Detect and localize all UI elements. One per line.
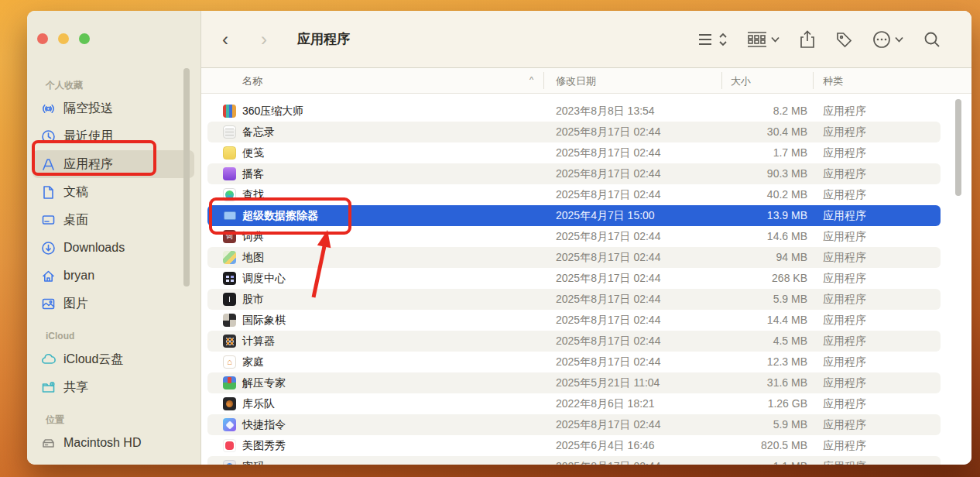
sidebar-item-label: iCloud云盘 xyxy=(63,352,123,368)
file-size: 94 MB xyxy=(687,251,807,263)
calc-app-icon xyxy=(223,335,236,348)
view-mode-button[interactable] xyxy=(698,33,727,46)
file-date-modified: 2023年8月8日 13:54 xyxy=(556,105,655,118)
close-button[interactable] xyxy=(37,33,48,44)
view-list-icon xyxy=(698,33,715,46)
file-name: 计算器 xyxy=(242,335,275,348)
sort-ascending-icon: ^ xyxy=(529,75,533,84)
sidebar-item-Downloads[interactable]: Downloads xyxy=(33,234,194,262)
stocks-app-icon xyxy=(223,293,236,306)
sidebar-item-文稿[interactable]: 文稿 xyxy=(33,178,194,206)
mission-app-icon xyxy=(223,272,236,285)
annotation-arrow-icon xyxy=(307,228,338,300)
table-row[interactable]: 播客 2025年8月17日 02:44 90.3 MB 应用程序 xyxy=(207,163,941,184)
passwords-app-icon xyxy=(223,460,236,465)
sidebar-item-iCloud云盘[interactable]: iCloud云盘 xyxy=(33,345,194,373)
sidebar-item-label: 隔空投送 xyxy=(63,101,113,117)
sidebar-item-label: Downloads xyxy=(63,241,125,255)
table-row[interactable]: 美图秀秀 2025年6月4日 16:46 820.5 MB 应用程序 xyxy=(207,435,941,456)
sidebar-item-label: 图片 xyxy=(63,296,88,312)
minimize-button[interactable] xyxy=(58,33,69,44)
file-date-modified: 2025年8月17日 02:44 xyxy=(556,355,660,369)
file-size: 30.4 MB xyxy=(687,125,807,138)
file-size: 1.26 GB xyxy=(687,397,807,410)
column-header-date[interactable]: 修改日期 xyxy=(556,74,596,88)
annotation-box-sidebar xyxy=(32,140,156,176)
file-date-modified: 2025年8月17日 02:44 xyxy=(556,293,660,307)
more-options-button[interactable] xyxy=(872,30,903,49)
forward-button[interactable]: › xyxy=(252,29,276,50)
tags-button[interactable] xyxy=(835,31,852,48)
file-date-modified: 2022年8月6日 18:21 xyxy=(556,397,655,411)
file-date-modified: 2025年8月17日 02:44 xyxy=(556,167,660,181)
chevron-down-icon xyxy=(895,36,903,43)
file-date-modified: 2025年8月17日 02:44 xyxy=(556,125,660,139)
sort-chevrons-icon xyxy=(719,33,727,46)
table-row[interactable]: 国际象棋 2025年8月17日 02:44 14.4 MB 应用程序 xyxy=(207,310,941,331)
file-size: 12.3 MB xyxy=(687,355,807,368)
list-column-headers: 名称 ^ 修改日期 大小 种类 xyxy=(201,68,971,94)
file-kind: 应用程序 xyxy=(823,314,866,328)
table-row[interactable]: 密码 2025年8月17日 02:44 1.1 MB 应用程序 xyxy=(207,456,941,465)
share-button[interactable] xyxy=(800,30,815,49)
sidebar-item-隔空投送[interactable]: 隔空投送 xyxy=(33,94,194,122)
file-kind: 应用程序 xyxy=(823,439,866,453)
table-row[interactable]: ⌂ 家庭 2025年8月17日 02:44 12.3 MB 应用程序 xyxy=(207,352,941,372)
sidebar-item-共享[interactable]: 共享 xyxy=(33,373,194,401)
shortcuts-app-icon xyxy=(223,418,236,431)
column-header-name[interactable]: 名称 xyxy=(242,74,262,88)
file-kind: 应用程序 xyxy=(823,105,866,118)
toolbar: ‹ › 应用程序 xyxy=(201,11,971,68)
file-date-modified: 2025年5月21日 11:04 xyxy=(556,376,660,390)
hard-drive-icon xyxy=(40,435,56,451)
finder-window: 个人收藏隔空投送最近使用应用程序文稿桌面Downloadsbryan图片iClo… xyxy=(27,11,971,465)
file-kind: 应用程序 xyxy=(823,376,866,390)
file-name: 国际象棋 xyxy=(242,314,286,328)
file-name: 备忘录 xyxy=(242,125,275,139)
file-kind: 应用程序 xyxy=(823,209,866,223)
file-kind: 应用程序 xyxy=(823,146,866,160)
toolbar-controls xyxy=(698,30,971,49)
sidebar-item-图片[interactable]: 图片 xyxy=(33,290,194,317)
chess-app-icon xyxy=(223,314,236,327)
garage-app-icon xyxy=(223,397,236,410)
sidebar-item-桌面[interactable]: 桌面 xyxy=(33,206,194,234)
file-name: 地图 xyxy=(242,251,264,265)
file-date-modified: 2025年8月17日 02:44 xyxy=(556,460,660,465)
table-row[interactable]: 便笺 2025年8月17日 02:44 1.7 MB 应用程序 xyxy=(207,142,941,163)
file-date-modified: 2025年8月17日 02:44 xyxy=(556,146,660,160)
file-name: 密码 xyxy=(242,460,264,465)
sidebar-scrollbar[interactable] xyxy=(183,68,190,287)
sidebar-item-label: 文稿 xyxy=(63,184,88,201)
download-icon xyxy=(40,240,56,256)
shared-folder-icon xyxy=(40,379,56,395)
column-header-kind[interactable]: 种类 xyxy=(823,74,843,88)
column-header-size[interactable]: 大小 xyxy=(731,74,751,88)
file-kind: 应用程序 xyxy=(823,230,866,244)
table-row[interactable]: 计算器 2025年8月17日 02:44 4.5 MB 应用程序 xyxy=(207,331,941,352)
table-row[interactable]: 快捷指令 2025年8月17日 02:44 5.9 MB 应用程序 xyxy=(207,414,941,435)
airdrop-icon xyxy=(40,101,56,116)
sidebar-item-Macintosh HD[interactable]: Macintosh HD xyxy=(33,429,194,457)
table-row[interactable]: 库乐队 2022年8月6日 18:21 1.26 GB 应用程序 xyxy=(207,393,941,414)
table-row[interactable]: 解压专家 2025年5月21日 11:04 31.6 MB 应用程序 xyxy=(207,372,941,393)
file-size: 31.6 MB xyxy=(687,376,807,389)
table-row[interactable]: 360压缩大师 2023年8月8日 13:54 8.2 MB 应用程序 xyxy=(207,101,941,122)
podcasts-app-icon xyxy=(223,167,236,180)
group-by-button[interactable] xyxy=(747,32,780,47)
file-size: 1.7 MB xyxy=(687,146,807,159)
back-button[interactable]: ‹ xyxy=(214,29,237,50)
pictures-icon xyxy=(40,296,56,311)
traffic-lights xyxy=(37,33,90,44)
sidebar-item-label: bryan xyxy=(63,269,94,283)
table-row[interactable]: 备忘录 2025年8月17日 02:44 30.4 MB 应用程序 xyxy=(207,122,941,142)
sidebar-section-header: 位置 xyxy=(27,410,200,429)
sidebar-list: 个人收藏隔空投送最近使用应用程序文稿桌面Downloadsbryan图片iClo… xyxy=(27,76,200,457)
file-name: 美图秀秀 xyxy=(242,439,286,453)
list-scrollbar[interactable] xyxy=(955,99,961,196)
sidebar-item-label: 共享 xyxy=(63,379,88,396)
search-button[interactable] xyxy=(923,31,941,48)
file-size: 13.9 MB xyxy=(687,209,807,221)
sidebar-item-bryan[interactable]: bryan xyxy=(33,262,194,290)
zoom-button[interactable] xyxy=(79,33,90,44)
